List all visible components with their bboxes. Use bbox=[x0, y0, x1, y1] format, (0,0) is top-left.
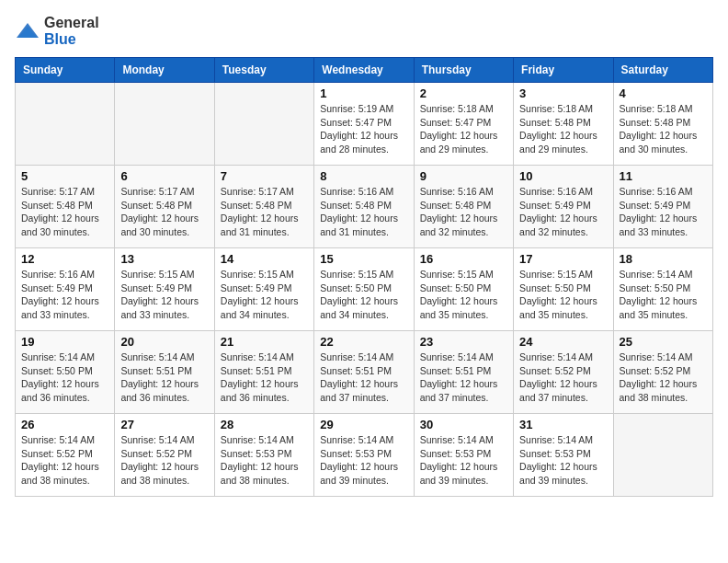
calendar-cell: 5Sunrise: 5:17 AMSunset: 5:48 PMDaylight… bbox=[16, 166, 115, 248]
day-info: Sunrise: 5:18 AMSunset: 5:48 PMDaylight:… bbox=[519, 102, 607, 156]
calendar-cell: 25Sunrise: 5:14 AMSunset: 5:52 PMDayligh… bbox=[613, 331, 712, 414]
calendar-cell: 6Sunrise: 5:17 AMSunset: 5:48 PMDaylight… bbox=[115, 166, 214, 248]
calendar-cell: 17Sunrise: 5:15 AMSunset: 5:50 PMDayligh… bbox=[514, 248, 613, 331]
day-info: Sunrise: 5:18 AMSunset: 5:48 PMDaylight:… bbox=[620, 102, 707, 156]
week-row-3: 12Sunrise: 5:16 AMSunset: 5:49 PMDayligh… bbox=[16, 248, 713, 331]
day-info: Sunrise: 5:14 AMSunset: 5:52 PMDaylight:… bbox=[620, 350, 707, 405]
header-day-friday: Friday bbox=[514, 58, 613, 83]
day-number: 30 bbox=[420, 418, 507, 431]
calendar-cell: 13Sunrise: 5:15 AMSunset: 5:49 PMDayligh… bbox=[115, 248, 214, 331]
calendar-cell bbox=[115, 83, 214, 166]
calendar-cell: 26Sunrise: 5:14 AMSunset: 5:52 PMDayligh… bbox=[16, 414, 115, 497]
day-info: Sunrise: 5:17 AMSunset: 5:48 PMDaylight:… bbox=[120, 185, 208, 239]
day-info: Sunrise: 5:15 AMSunset: 5:50 PMDaylight:… bbox=[420, 268, 507, 322]
header-day-thursday: Thursday bbox=[414, 58, 513, 83]
day-info: Sunrise: 5:16 AMSunset: 5:49 PMDaylight:… bbox=[519, 185, 607, 239]
calendar-cell: 8Sunrise: 5:16 AMSunset: 5:48 PMDaylight… bbox=[314, 166, 414, 248]
day-number: 22 bbox=[320, 335, 407, 349]
logo-blue: Blue bbox=[44, 31, 76, 47]
calendar-cell: 7Sunrise: 5:17 AMSunset: 5:48 PMDaylight… bbox=[214, 166, 313, 248]
logo: General Blue bbox=[15, 15, 99, 48]
day-info: Sunrise: 5:19 AMSunset: 5:47 PMDaylight:… bbox=[320, 102, 407, 156]
calendar-cell: 15Sunrise: 5:15 AMSunset: 5:50 PMDayligh… bbox=[314, 248, 414, 331]
header-day-monday: Monday bbox=[115, 58, 214, 83]
day-number: 11 bbox=[620, 169, 707, 183]
page-header: General Blue bbox=[15, 15, 713, 48]
calendar-cell: 19Sunrise: 5:14 AMSunset: 5:50 PMDayligh… bbox=[16, 331, 115, 414]
calendar-cell: 30Sunrise: 5:14 AMSunset: 5:53 PMDayligh… bbox=[414, 414, 513, 497]
day-number: 10 bbox=[519, 169, 607, 183]
day-number: 27 bbox=[120, 418, 208, 431]
day-info: Sunrise: 5:15 AMSunset: 5:50 PMDaylight:… bbox=[519, 268, 607, 322]
day-info: Sunrise: 5:15 AMSunset: 5:49 PMDaylight:… bbox=[221, 268, 308, 322]
calendar-cell: 1Sunrise: 5:19 AMSunset: 5:47 PMDaylight… bbox=[314, 83, 414, 166]
day-info: Sunrise: 5:14 AMSunset: 5:51 PMDaylight:… bbox=[120, 350, 208, 405]
calendar-cell: 12Sunrise: 5:16 AMSunset: 5:49 PMDayligh… bbox=[16, 248, 115, 331]
calendar-cell: 18Sunrise: 5:14 AMSunset: 5:50 PMDayligh… bbox=[613, 248, 712, 331]
day-number: 21 bbox=[221, 335, 308, 349]
day-info: Sunrise: 5:14 AMSunset: 5:51 PMDaylight:… bbox=[221, 350, 308, 405]
calendar-cell bbox=[613, 414, 712, 497]
day-number: 20 bbox=[120, 335, 208, 349]
day-number: 26 bbox=[21, 418, 108, 431]
day-number: 3 bbox=[519, 86, 607, 100]
day-number: 8 bbox=[320, 169, 407, 183]
day-number: 23 bbox=[420, 335, 507, 349]
day-number: 16 bbox=[420, 252, 507, 266]
day-number: 15 bbox=[320, 252, 407, 266]
day-number: 6 bbox=[120, 169, 208, 183]
day-number: 9 bbox=[420, 169, 507, 183]
calendar-cell: 11Sunrise: 5:16 AMSunset: 5:49 PMDayligh… bbox=[613, 166, 712, 248]
day-number: 28 bbox=[221, 418, 308, 431]
day-info: Sunrise: 5:14 AMSunset: 5:51 PMDaylight:… bbox=[420, 350, 507, 405]
day-info: Sunrise: 5:14 AMSunset: 5:51 PMDaylight:… bbox=[320, 350, 407, 405]
day-number: 29 bbox=[320, 418, 407, 431]
day-info: Sunrise: 5:16 AMSunset: 5:49 PMDaylight:… bbox=[620, 185, 707, 239]
calendar-cell: 10Sunrise: 5:16 AMSunset: 5:49 PMDayligh… bbox=[514, 166, 613, 248]
calendar-cell bbox=[16, 83, 115, 166]
calendar-cell: 14Sunrise: 5:15 AMSunset: 5:49 PMDayligh… bbox=[214, 248, 313, 331]
week-row-1: 1Sunrise: 5:19 AMSunset: 5:47 PMDaylight… bbox=[16, 83, 713, 166]
day-number: 13 bbox=[120, 252, 208, 266]
day-number: 31 bbox=[519, 418, 607, 431]
day-info: Sunrise: 5:16 AMSunset: 5:49 PMDaylight:… bbox=[21, 268, 108, 322]
day-info: Sunrise: 5:18 AMSunset: 5:47 PMDaylight:… bbox=[420, 102, 507, 156]
logo-general: General bbox=[44, 15, 99, 30]
calendar-cell: 24Sunrise: 5:14 AMSunset: 5:52 PMDayligh… bbox=[514, 331, 613, 414]
header-row: SundayMondayTuesdayWednesdayThursdayFrid… bbox=[16, 58, 713, 83]
day-info: Sunrise: 5:17 AMSunset: 5:48 PMDaylight:… bbox=[21, 185, 108, 239]
header-day-sunday: Sunday bbox=[16, 58, 115, 83]
day-number: 4 bbox=[620, 86, 707, 100]
calendar-cell: 28Sunrise: 5:14 AMSunset: 5:53 PMDayligh… bbox=[214, 414, 313, 497]
week-row-5: 26Sunrise: 5:14 AMSunset: 5:52 PMDayligh… bbox=[16, 414, 713, 497]
day-number: 25 bbox=[620, 335, 707, 349]
day-info: Sunrise: 5:15 AMSunset: 5:50 PMDaylight:… bbox=[320, 268, 407, 322]
calendar-cell bbox=[214, 83, 313, 166]
calendar-cell: 31Sunrise: 5:14 AMSunset: 5:53 PMDayligh… bbox=[514, 414, 613, 497]
day-info: Sunrise: 5:14 AMSunset: 5:52 PMDaylight:… bbox=[120, 433, 208, 488]
day-number: 2 bbox=[420, 86, 507, 100]
calendar-header: SundayMondayTuesdayWednesdayThursdayFrid… bbox=[16, 58, 713, 83]
day-number: 7 bbox=[221, 169, 308, 183]
calendar-cell: 21Sunrise: 5:14 AMSunset: 5:51 PMDayligh… bbox=[214, 331, 313, 414]
day-number: 1 bbox=[320, 86, 407, 100]
calendar-cell: 22Sunrise: 5:14 AMSunset: 5:51 PMDayligh… bbox=[314, 331, 414, 414]
day-number: 17 bbox=[519, 252, 607, 266]
calendar-cell: 9Sunrise: 5:16 AMSunset: 5:48 PMDaylight… bbox=[414, 166, 513, 248]
day-info: Sunrise: 5:14 AMSunset: 5:50 PMDaylight:… bbox=[620, 268, 707, 322]
header-day-saturday: Saturday bbox=[613, 58, 712, 83]
day-info: Sunrise: 5:14 AMSunset: 5:53 PMDaylight:… bbox=[519, 433, 607, 488]
calendar-cell: 23Sunrise: 5:14 AMSunset: 5:51 PMDayligh… bbox=[414, 331, 513, 414]
calendar-table: SundayMondayTuesdayWednesdayThursdayFrid… bbox=[15, 57, 713, 497]
day-number: 12 bbox=[21, 252, 108, 266]
day-info: Sunrise: 5:14 AMSunset: 5:52 PMDaylight:… bbox=[519, 350, 607, 405]
day-info: Sunrise: 5:16 AMSunset: 5:48 PMDaylight:… bbox=[320, 185, 407, 239]
calendar-cell: 3Sunrise: 5:18 AMSunset: 5:48 PMDaylight… bbox=[514, 83, 613, 166]
header-day-tuesday: Tuesday bbox=[214, 58, 313, 83]
week-row-4: 19Sunrise: 5:14 AMSunset: 5:50 PMDayligh… bbox=[16, 331, 713, 414]
day-info: Sunrise: 5:14 AMSunset: 5:50 PMDaylight:… bbox=[21, 350, 108, 405]
day-info: Sunrise: 5:14 AMSunset: 5:53 PMDaylight:… bbox=[420, 433, 507, 488]
week-row-2: 5Sunrise: 5:17 AMSunset: 5:48 PMDaylight… bbox=[16, 166, 713, 248]
day-info: Sunrise: 5:14 AMSunset: 5:53 PMDaylight:… bbox=[221, 433, 308, 488]
logo-icon bbox=[15, 21, 40, 41]
